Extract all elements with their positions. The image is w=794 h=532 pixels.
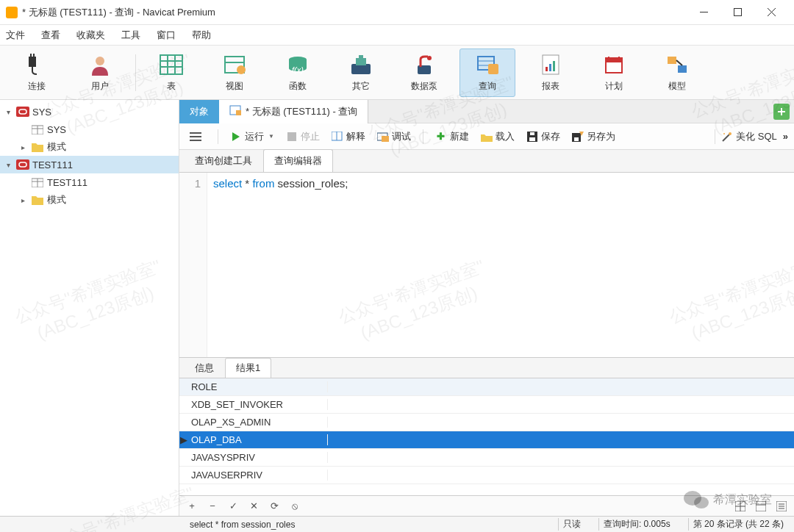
svg-rect-1: [734, 9, 741, 16]
query-subtabs: 查询创建工具 查询编辑器: [179, 150, 794, 172]
menu-tools[interactable]: 工具: [121, 29, 140, 42]
tree-conn-sys[interactable]: ▾SYS: [0, 103, 179, 121]
menu-file[interactable]: 文件: [6, 29, 25, 42]
status-bar: select * from session_roles 只读 查询时间: 0.0…: [0, 516, 794, 532]
debug-button[interactable]: 调试: [377, 130, 411, 143]
memo-view-button[interactable]: [775, 500, 788, 513]
cancel-button[interactable]: ✕: [247, 500, 260, 513]
separator: [715, 129, 715, 144]
svg-rect-36: [678, 65, 687, 73]
new-button[interactable]: ✚新建: [435, 130, 469, 143]
menu-fav[interactable]: 收藏夹: [76, 29, 105, 42]
tree-folder-mode-2[interactable]: ▸模式: [0, 191, 179, 209]
more-button[interactable]: »: [783, 131, 788, 142]
window-title: * 无标题 (TEST111) - 查询 - Navicat Premium: [22, 6, 687, 19]
schema-icon: [31, 123, 44, 136]
toolbar-plan[interactable]: 计划: [586, 48, 642, 97]
tab-query-builder[interactable]: 查询创建工具: [184, 149, 263, 172]
menu-window[interactable]: 窗口: [157, 29, 176, 42]
sql-editor[interactable]: 1 select * from session_roles;: [179, 172, 794, 357]
schema-icon: [31, 176, 44, 189]
tree-schema-sys[interactable]: SYS: [0, 121, 179, 138]
tree-schema-test111[interactable]: TEST111: [0, 173, 179, 191]
grid-row[interactable]: JAVASYSPRIV: [179, 449, 794, 467]
sql-code[interactable]: select * from session_roles;: [207, 173, 354, 357]
status-sql: select * from session_roles: [6, 520, 545, 530]
svg-rect-28: [546, 67, 548, 71]
separator: [218, 129, 218, 144]
commit-button[interactable]: ✓: [226, 500, 240, 513]
beautify-button[interactable]: 美化 SQL: [721, 130, 777, 143]
toolbar-connect[interactable]: 连接: [9, 48, 65, 97]
toolbar-function[interactable]: f(x)函数: [270, 48, 326, 97]
grid-row[interactable]: ▶OLAP_DBA: [179, 431, 794, 449]
svg-rect-61: [574, 137, 579, 141]
menu-bar: 文件 查看 收藏夹 工具 窗口 帮助: [0, 25, 794, 46]
result-grid[interactable]: ROLE XDB_SET_INVOKEROLAP_XS_ADMIN▶OLAP_D…: [179, 378, 794, 495]
svg-rect-58: [529, 137, 535, 141]
svg-rect-59: [530, 132, 534, 135]
grid-header[interactable]: ROLE: [179, 378, 794, 396]
toolbar-model[interactable]: 模型: [649, 48, 705, 97]
grid-row[interactable]: OLAP_XS_ADMIN: [179, 414, 794, 431]
menu-toggle-button[interactable]: [185, 128, 206, 145]
main-toolbar: 连接 用户 表 视图 f(x)函数 其它 数据泵 查询 报表 计划 模型: [0, 46, 794, 100]
svg-rect-38: [16, 107, 29, 117]
folder-icon: [31, 193, 44, 206]
load-button[interactable]: 载入: [481, 130, 515, 143]
separator: [135, 54, 136, 91]
toolbar-view[interactable]: 视图: [207, 48, 262, 97]
svg-rect-30: [553, 61, 555, 71]
saveas-button[interactable]: 另存为: [572, 130, 615, 143]
menu-help[interactable]: 帮助: [192, 29, 211, 42]
minimize-button[interactable]: [687, 1, 720, 24]
editor-pane: 对象 * 无标题 (TEST111) - 查询 运行▼ 停止 解释 调试 ✚新建…: [179, 100, 794, 516]
svg-point-15: [237, 65, 246, 74]
save-icon: [526, 131, 538, 143]
stop-button[interactable]: 停止: [286, 130, 320, 143]
toolbar-datapump[interactable]: 数据泵: [396, 48, 452, 97]
toolbar-query[interactable]: 查询: [459, 48, 515, 97]
svg-rect-8: [160, 55, 182, 74]
toolbar-user[interactable]: 用户: [72, 48, 128, 97]
new-tab-button[interactable]: [773, 104, 790, 120]
toolbar-report[interactable]: 报表: [523, 48, 579, 97]
svg-point-7: [96, 57, 104, 65]
maximize-button[interactable]: [720, 1, 754, 24]
new-icon: ✚: [435, 131, 447, 143]
save-button[interactable]: 保存: [526, 130, 560, 143]
play-icon: [230, 131, 242, 143]
title-bar: * 无标题 (TEST111) - 查询 - Navicat Premium: [0, 0, 794, 25]
tab-result-1[interactable]: 结果1: [225, 358, 271, 378]
delete-row-button[interactable]: −: [206, 500, 219, 513]
tab-objects[interactable]: 对象: [179, 100, 219, 123]
svg-point-63: [729, 132, 732, 135]
folder-icon: [31, 140, 44, 154]
refresh-button[interactable]: ⟳: [268, 500, 281, 513]
svg-line-62: [723, 134, 730, 141]
tab-query-editor[interactable]: 查询编辑器: [263, 149, 333, 172]
tree-folder-mode-1[interactable]: ▸模式: [0, 138, 179, 156]
tab-info[interactable]: 信息: [184, 358, 225, 378]
toolbar-table[interactable]: 表: [143, 48, 199, 97]
add-row-button[interactable]: +: [185, 500, 198, 513]
toolbar-other[interactable]: 其它: [333, 48, 389, 97]
svg-rect-20: [359, 55, 363, 60]
close-button[interactable]: [754, 1, 788, 24]
line-gutter: 1: [179, 173, 207, 357]
oracle-icon: [16, 105, 29, 118]
grid-row[interactable]: JAVAUSERPRIV: [179, 467, 794, 484]
svg-rect-5: [30, 54, 32, 58]
stop-fetch-button[interactable]: ⦸: [288, 500, 301, 513]
run-button[interactable]: 运行▼: [230, 130, 274, 143]
svg-rect-43: [16, 159, 29, 170]
grid-row[interactable]: XDB_SET_INVOKER: [179, 396, 794, 414]
svg-point-64: [723, 133, 725, 134]
tree-conn-test111[interactable]: ▾TEST111: [0, 156, 179, 173]
explain-button[interactable]: 解释: [332, 130, 365, 143]
connection-tree[interactable]: ▾SYS SYS ▸模式 ▾TEST111 TEST111 ▸模式: [0, 100, 179, 516]
tab-query-untitled[interactable]: * 无标题 (TEST111) - 查询: [219, 100, 368, 123]
svg-rect-49: [236, 110, 241, 115]
wechat-icon: [684, 489, 709, 510]
menu-view[interactable]: 查看: [41, 29, 60, 42]
